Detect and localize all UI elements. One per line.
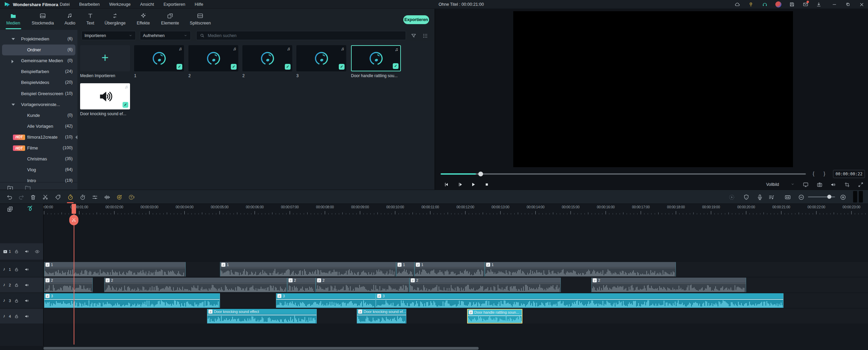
speaker-icon[interactable] — [24, 314, 29, 319]
tab-effekte[interactable]: Effekte — [137, 9, 150, 30]
sidebar-item-kunde[interactable]: Kunde(0) — [0, 110, 77, 121]
stop-button[interactable] — [483, 180, 491, 189]
media-item[interactable]: ♫✓ — [351, 45, 401, 71]
save-button[interactable] — [788, 1, 796, 8]
seek-handle[interactable] — [478, 172, 483, 176]
timeline-zoom-handle[interactable] — [827, 195, 831, 199]
tab-medien[interactable]: Medien — [6, 9, 20, 30]
playhead-head[interactable] — [72, 204, 76, 214]
skip-back-button[interactable] — [442, 180, 450, 189]
search-input[interactable] — [207, 33, 406, 38]
timeline-clip[interactable]: ♪2 — [409, 278, 561, 292]
tab-berg-nge[interactable]: Übergänge — [105, 9, 126, 30]
search-box[interactable] — [196, 31, 406, 40]
speaker-icon[interactable] — [24, 283, 29, 287]
timeline-clip[interactable]: ♪3 — [376, 293, 783, 308]
expander-down-icon[interactable] — [12, 104, 15, 106]
monitor-button[interactable] — [801, 180, 810, 189]
timeline-clip[interactable]: ♪3 — [44, 293, 220, 308]
minimize-button[interactable] — [831, 1, 838, 8]
tab-splitscreen[interactable]: Splitscreen — [190, 9, 211, 30]
timeline-clip[interactable]: ♪2 — [287, 278, 316, 292]
tab-audio[interactable]: Audio — [64, 9, 75, 30]
quality-dropdown[interactable]: Vollbild — [766, 182, 779, 187]
text-to-speech-button[interactable] — [128, 193, 135, 201]
timer-button[interactable] — [79, 193, 86, 201]
sidebar-item-projektmedien[interactable]: Projektmedien(6) — [0, 34, 77, 45]
lock-open-icon[interactable] — [14, 283, 19, 287]
menu-hilfe[interactable]: Hilfe — [195, 2, 203, 7]
expand-button[interactable] — [856, 180, 865, 189]
filter-button[interactable] — [409, 32, 418, 40]
sidebar-item-ordner[interactable]: Ordner(6) — [0, 45, 77, 55]
bulb-button[interactable] — [747, 1, 755, 8]
timeline-ruler[interactable]: 00:00:00:0000:00:01:0000:00:02:0000:00:0… — [43, 205, 868, 210]
sidebar-item-beispielvideos[interactable]: Beispielvideos(20) — [0, 77, 77, 88]
media-item[interactable]: ♫✓ — [242, 45, 292, 71]
mail-button[interactable] — [802, 1, 809, 8]
horizontal-scrollbar[interactable] — [43, 347, 479, 350]
quick-split-button[interactable] — [26, 204, 35, 213]
mark-in-button[interactable]: { — [813, 171, 814, 176]
mark-out-button[interactable]: } — [824, 171, 825, 176]
mixer-button[interactable] — [768, 193, 775, 201]
timeline-clip[interactable]: ♪2 — [591, 278, 746, 292]
timeline-clip[interactable]: ♪2 — [316, 278, 409, 292]
lock-open-icon[interactable] — [14, 298, 19, 303]
speaker-icon[interactable] — [24, 267, 29, 272]
speaker-button[interactable] — [829, 180, 837, 189]
step-forward-button[interactable] — [456, 180, 464, 189]
media-item[interactable]: ♫✓ — [134, 45, 184, 71]
audio-track-header-2[interactable]: ♪2 — [0, 278, 43, 292]
cloud-button[interactable] — [734, 1, 741, 8]
trash-button[interactable] — [29, 193, 37, 201]
lock-open-icon[interactable] — [14, 249, 19, 254]
sidebar-item-intro[interactable]: Intro(19) — [0, 175, 77, 186]
menu-bearbeiten[interactable]: Bearbeiten — [79, 2, 99, 7]
record-dropdown[interactable]: Aufnehmen — [140, 31, 191, 40]
import-dropdown[interactable]: Importieren — [81, 31, 136, 40]
menu-datei[interactable]: Datei — [60, 2, 70, 7]
sidebar-item-beispiel-greenscreen[interactable]: Beispiel Greenscreen(10) — [0, 88, 77, 99]
expander-right-icon[interactable] — [12, 60, 14, 63]
microphone-button[interactable] — [756, 193, 763, 201]
video-track-header-1[interactable]: 1 — [0, 243, 43, 260]
menu-exportieren[interactable]: Exportieren — [164, 2, 185, 7]
timeline-clip[interactable]: ♪1 — [414, 262, 485, 277]
timeline-clip[interactable]: ♪1 — [44, 262, 186, 277]
tab-stockmedia[interactable]: Stockmedia — [32, 9, 54, 30]
media-item[interactable]: ♫✓ — [80, 83, 130, 109]
timeline-clip[interactable]: ♪1 — [485, 262, 676, 277]
timeline-clip[interactable]: ♪Door knocking sound effect — [207, 309, 317, 323]
adjust-button[interactable] — [91, 193, 98, 201]
playhead-scissors[interactable] — [69, 215, 78, 225]
snapshot-button[interactable] — [815, 180, 824, 189]
sidebar-item-gemeinsame-medien[interactable]: Gemeinsame Medien(0) — [0, 55, 77, 66]
audio-track-header-1[interactable]: ♪1 — [0, 262, 43, 277]
speed-button[interactable] — [67, 193, 74, 201]
media-item[interactable]: ♫✓ — [188, 45, 238, 71]
view-grid-button[interactable] — [421, 32, 429, 40]
crop-button[interactable] — [843, 180, 851, 189]
speaker-icon[interactable] — [24, 249, 29, 254]
lock-open-icon[interactable] — [14, 267, 19, 272]
timeline-clip[interactable]: ♪1 — [220, 262, 396, 277]
timeline-clip[interactable]: ♪Door knocking sound ef... — [357, 309, 406, 323]
render-preview-button[interactable] — [728, 193, 735, 201]
play-button[interactable] — [469, 180, 477, 189]
seek-bar[interactable] — [441, 173, 806, 175]
avatar-button[interactable] — [775, 1, 782, 8]
timeline-clip[interactable]: ♪3 — [276, 293, 376, 308]
timeline-clip[interactable]: ♪Door handle rattling soun... — [467, 309, 522, 323]
zoom-in-button[interactable] — [839, 193, 847, 201]
chevron-down-icon[interactable] — [790, 182, 795, 187]
audio-track-header-3[interactable]: ♪3 — [0, 293, 43, 308]
fit-timeline-button[interactable] — [784, 193, 791, 201]
tag-button[interactable] — [54, 193, 61, 201]
sidebar-item-beispielfarben[interactable]: Beispielfarben(24) — [0, 66, 77, 77]
redo-button[interactable] — [17, 193, 25, 201]
lock-open-icon[interactable] — [14, 314, 19, 319]
zoom-out-button[interactable] — [797, 193, 805, 201]
tab-text[interactable]: Text — [87, 9, 94, 30]
sidebar-item-filme[interactable]: HOTFilme(100) — [0, 143, 77, 154]
